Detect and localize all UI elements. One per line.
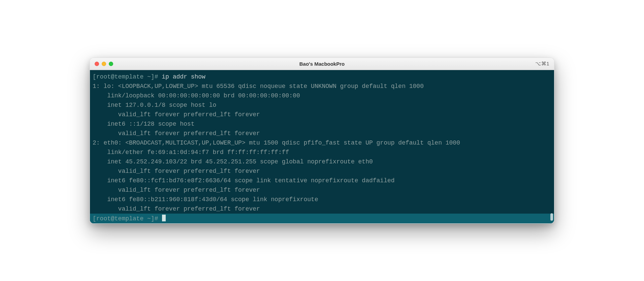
zoom-icon[interactable] (109, 62, 113, 66)
traffic-lights (95, 62, 113, 66)
cursor-icon (162, 215, 166, 221)
terminal-line: valid_lft forever preferred_lft forever (93, 110, 551, 119)
terminal-line: link/ether fe:69:a1:0d:94:f7 brd ff:ff:f… (93, 148, 551, 157)
terminal-prompt-line[interactable]: [root@template ~]# (90, 214, 554, 223)
terminal-body[interactable]: [root@template ~]# ip addr show 1: lo: <… (90, 70, 554, 223)
terminal-line: link/loopback 00:00:00:00:00:00 brd 00:0… (93, 91, 551, 100)
terminal-line: inet6 ::1/128 scope host (93, 119, 551, 129)
terminal-line: 2: eth0: <BROADCAST,MULTICAST,UP,LOWER_U… (93, 138, 551, 148)
window-shortcut: ⌥⌘1 (535, 61, 549, 67)
terminal-line: valid_lft forever preferred_lft forever (93, 166, 551, 176)
scrollbar-thumb[interactable] (550, 213, 553, 221)
prompt-prefix: [root@template ~]# (93, 73, 158, 80)
close-icon[interactable] (95, 62, 99, 66)
terminal-line: inet6 fe80::b211:960:818f:43d0/64 scope … (93, 195, 551, 204)
terminal-line: valid_lft forever preferred_lft forever (93, 185, 551, 195)
titlebar: Bao's MacbookPro ⌥⌘1 (90, 58, 554, 70)
minimize-icon[interactable] (102, 62, 106, 66)
terminal-window: Bao's MacbookPro ⌥⌘1 [root@template ~]# … (90, 58, 554, 224)
terminal-line: 1: lo: <LOOPBACK,UP,LOWER_UP> mtu 65536 … (93, 82, 551, 91)
terminal-line: valid_lft forever preferred_lft forever (93, 204, 551, 214)
prompt-prefix: [root@template ~]# (93, 215, 158, 222)
terminal-line: inet 127.0.0.1/8 scope host lo (93, 100, 551, 110)
terminal-line: inet6 fe80::fcf1:bd76:e8f2:6636/64 scope… (93, 176, 551, 185)
command-text: ip addr show (162, 73, 205, 80)
terminal-line: inet 45.252.249.103/22 brd 45.252.251.25… (93, 157, 551, 166)
terminal-line: [root@template ~]# ip addr show (93, 72, 551, 82)
window-title: Bao's MacbookPro (90, 61, 554, 67)
terminal-line: valid_lft forever preferred_lft forever (93, 129, 551, 138)
